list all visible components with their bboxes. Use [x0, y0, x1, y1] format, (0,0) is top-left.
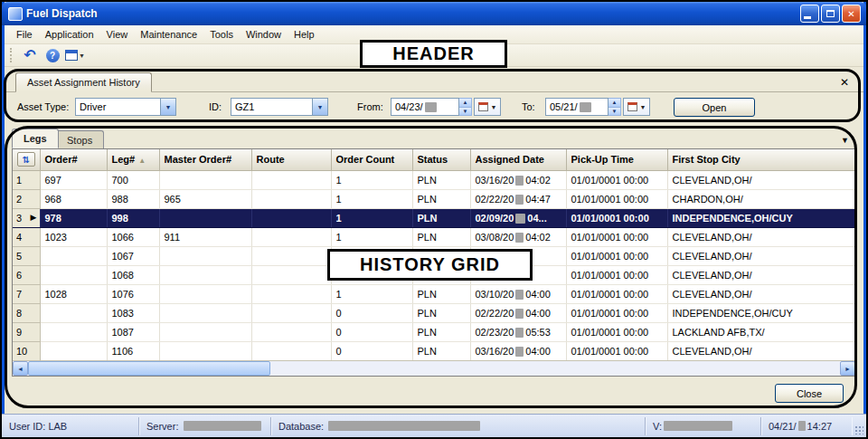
table-row[interactable]: 7102810761PLN03/10/2004:0001/01/0001 00:…: [13, 284, 855, 303]
to-calendar-button[interactable]: ▼: [623, 98, 650, 116]
row-number[interactable]: 7: [13, 284, 40, 303]
spin-up-icon[interactable]: ▲: [609, 99, 620, 108]
dropdown-arrow-icon[interactable]: ▼: [312, 99, 327, 115]
asset-type-select[interactable]: Driver ▼: [75, 98, 176, 116]
column-header-order-[interactable]: Order#: [40, 149, 107, 170]
cell-leg: 1083: [107, 303, 159, 322]
menu-item-file[interactable]: File: [10, 26, 39, 43]
tab-stops[interactable]: Stops: [55, 130, 104, 148]
scroll-right-icon[interactable]: ►: [840, 361, 855, 376]
menu-item-application[interactable]: Application: [39, 26, 100, 43]
cell-route: [251, 227, 331, 246]
dropdown-arrow-icon[interactable]: ▼: [160, 99, 175, 115]
table-row[interactable]: 16977001PLN03/16/2004:0201/01/0001 00:00…: [13, 170, 855, 189]
table-row[interactable]: 5106704:0001/01/0001 00:00CLEVELAND,OH/: [13, 246, 855, 265]
menu-item-tools[interactable]: Tools: [203, 26, 240, 43]
close-window-button[interactable]: ✕: [842, 5, 861, 23]
table-row[interactable]: 6106822:1401/01/0001 00:00CLEVELAND,OH/: [13, 265, 855, 284]
close-panel-button[interactable]: Close: [775, 384, 844, 403]
horizontal-scrollbar[interactable]: ◄ ►: [13, 360, 855, 376]
new-window-button[interactable]: ▼: [65, 46, 85, 65]
row-number[interactable]: 3▶: [13, 208, 40, 227]
row-number[interactable]: 1: [13, 170, 40, 189]
field-chooser-icon[interactable]: ⇅: [17, 152, 35, 167]
spin-up-icon[interactable]: ▲: [459, 99, 471, 108]
redacted: [515, 195, 524, 205]
scroll-left-icon[interactable]: ◄: [13, 361, 28, 376]
spin-down-icon[interactable]: ▼: [609, 108, 620, 116]
panel-menu-icon[interactable]: ▼: [841, 136, 849, 145]
cell-pickup-time: 01/01/0001 00:00: [566, 284, 667, 303]
row-number-text: 5: [16, 251, 22, 262]
id-select[interactable]: GZ1 ▼: [231, 98, 328, 116]
cell-master-order: [159, 170, 251, 189]
to-date-spinner[interactable]: ▲ ▼: [609, 98, 621, 116]
server-label: Server:: [146, 421, 178, 432]
cell-leg: 998: [107, 208, 159, 227]
table-row[interactable]: 1011060PLN03/16/2004:0001/01/0001 00:00C…: [13, 341, 855, 360]
row-number[interactable]: 9: [13, 322, 40, 341]
maximize-button[interactable]: [821, 5, 840, 23]
titlebar[interactable]: Fuel Dispatch ✕: [2, 2, 866, 25]
open-button[interactable]: Open: [674, 98, 755, 117]
maximize-icon: [826, 10, 835, 17]
cell-order: 1023: [40, 227, 107, 246]
from-date-input[interactable]: 04/23/: [391, 98, 459, 116]
row-number-text: 9: [16, 327, 22, 338]
row-number[interactable]: 6: [13, 265, 40, 284]
active-row-icon: ▶: [31, 213, 37, 222]
asset-type-value: Driver: [76, 99, 160, 115]
to-date-input[interactable]: 05/21/: [545, 98, 609, 116]
tab-asset-assignment-history[interactable]: Asset Assignment History: [15, 72, 152, 92]
scrollbar-thumb[interactable]: [28, 361, 270, 376]
from-date-value: 04/23/: [395, 101, 423, 112]
close-tab-icon[interactable]: ✕: [840, 77, 849, 88]
table-row[interactable]: 910870PLN02/23/2005:5301/01/0001 00:00LA…: [13, 322, 855, 341]
row-number[interactable]: 5: [13, 246, 40, 265]
menu-item-maintenance[interactable]: Maintenance: [134, 26, 203, 43]
redacted-server: [184, 421, 261, 431]
cell-assigned-date: 02/22/2004:47: [470, 189, 566, 208]
cell-pickup-time: 01/01/0001 00:00: [566, 227, 667, 246]
cell-master-order: 911: [159, 227, 251, 246]
minimize-button[interactable]: [800, 5, 819, 23]
column-header-assigned-date[interactable]: Assigned Date: [470, 149, 566, 170]
column-header-pick-up-time[interactable]: Pick-Up Time: [566, 149, 667, 170]
table-row[interactable]: 810830PLN02/22/2004:0001/01/0001 00:00IN…: [13, 303, 855, 322]
cell-pickup-time: 01/01/0001 00:00: [566, 265, 667, 284]
column-header-status[interactable]: Status: [412, 149, 470, 170]
tab-legs[interactable]: Legs: [12, 129, 59, 148]
row-number[interactable]: 2: [13, 189, 40, 208]
spin-down-icon[interactable]: ▼: [459, 108, 471, 116]
resize-grip[interactable]: [852, 419, 866, 437]
column-header-first-stop-city[interactable]: First Stop City: [667, 149, 855, 170]
cell-order: [40, 303, 107, 322]
toolbar-grip[interactable]: [10, 48, 14, 62]
dropdown-arrow-icon: ▼: [491, 104, 497, 110]
table-row[interactable]: 4102310669111PLN03/08/2004:0201/01/0001 …: [13, 227, 855, 246]
row-number[interactable]: 4: [13, 227, 40, 246]
menu-item-help[interactable]: Help: [288, 26, 321, 43]
column-header-master-order-[interactable]: Master Order#: [159, 149, 251, 170]
from-date-spinner[interactable]: ▲ ▼: [459, 98, 472, 116]
cell-first-stop-city: CLEVELAND,OH/: [667, 246, 855, 265]
redacted: [515, 176, 524, 186]
column-header-order-count[interactable]: Order Count: [331, 149, 412, 170]
menu-item-view[interactable]: View: [100, 26, 135, 43]
cell-order-count: 1: [331, 227, 412, 246]
cell-order-count: 1: [331, 170, 412, 189]
column-header-route[interactable]: Route: [251, 149, 331, 170]
help-button[interactable]: ?: [42, 46, 62, 65]
cell-master-order: 965: [159, 189, 251, 208]
table-row[interactable]: 29689889651PLN02/22/2004:4701/01/0001 00…: [13, 189, 855, 208]
row-number[interactable]: 10: [13, 341, 40, 360]
back-button[interactable]: ↶: [20, 46, 40, 65]
row-number[interactable]: 8: [13, 303, 40, 322]
redacted-database: [328, 421, 480, 431]
from-calendar-button[interactable]: ▼: [474, 98, 501, 116]
cell-status: PLN: [412, 303, 470, 322]
cell-order-count: 0: [331, 341, 412, 360]
column-header-leg-[interactable]: Leg#▲: [107, 149, 159, 170]
menu-item-window[interactable]: Window: [240, 26, 288, 43]
table-row[interactable]: 3▶9789981PLN02/09/2004...01/01/0001 00:0…: [13, 208, 855, 227]
